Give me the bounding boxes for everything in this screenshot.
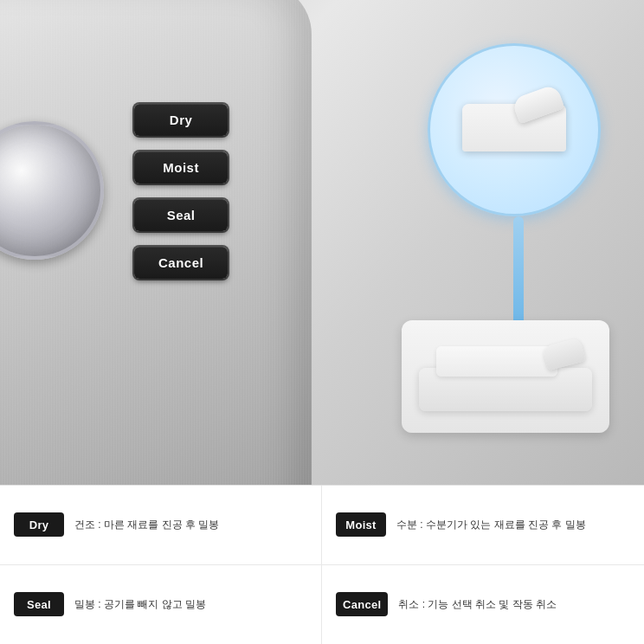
photo-section: Dry Moist Seal Cancel bbox=[0, 0, 644, 485]
device-bowl bbox=[0, 121, 104, 260]
arrow-shaft bbox=[513, 216, 524, 320]
info-cell-cancel: Cancel 취소 : 기능 선택 취소 및 작동 취소 bbox=[322, 565, 644, 645]
lid-top bbox=[436, 346, 557, 377]
magnify-circle bbox=[428, 43, 601, 216]
info-cell-moist: Moist 수분 : 수분기가 있는 재료를 진공 후 밀봉 bbox=[322, 486, 644, 565]
moist-description: 수분 : 수분기가 있는 재료를 진공 후 밀봉 bbox=[396, 517, 586, 532]
dry-button[interactable]: Dry bbox=[134, 104, 228, 136]
device-lid bbox=[419, 342, 592, 411]
info-cell-seal: Seal 밀봉 : 공기를 빼지 않고 밀봉 bbox=[0, 565, 322, 645]
buttons-panel: Dry Moist Seal Cancel bbox=[134, 104, 228, 279]
lid-handle bbox=[542, 338, 586, 371]
main-container: Dry Moist Seal Cancel bbox=[0, 0, 644, 644]
latch-container bbox=[454, 87, 575, 173]
seal-badge: Seal bbox=[14, 592, 64, 616]
info-section: Dry 건조 : 마른 재료를 진공 후 밀봉 Moist 수분 : 수분기가 … bbox=[0, 485, 644, 644]
cancel-button[interactable]: Cancel bbox=[134, 247, 228, 279]
cancel-description: 취소 : 기능 선택 취소 및 작동 취소 bbox=[398, 596, 557, 612]
callout-section bbox=[376, 35, 618, 450]
dry-description: 건조 : 마른 재료를 진공 후 밀봉 bbox=[74, 517, 219, 532]
seal-button[interactable]: Seal bbox=[134, 199, 228, 231]
seal-description: 밀봉 : 공기를 빼지 않고 밀봉 bbox=[74, 596, 206, 612]
info-cell-dry: Dry 건조 : 마른 재료를 진공 후 밀봉 bbox=[0, 486, 322, 565]
moist-button[interactable]: Moist bbox=[134, 151, 228, 184]
cancel-badge: Cancel bbox=[336, 592, 388, 616]
moist-badge: Moist bbox=[336, 512, 386, 537]
device-bottom-view bbox=[402, 320, 609, 433]
dry-badge: Dry bbox=[14, 512, 64, 537]
